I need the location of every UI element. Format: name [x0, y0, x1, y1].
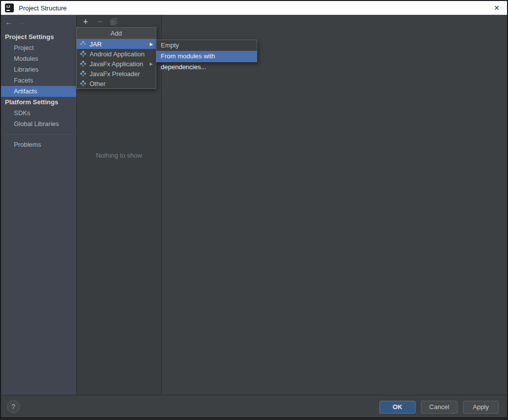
artifact-icon [80, 50, 87, 57]
menu-item-javafx-application[interactable]: JavaFx Application ▶ [77, 59, 156, 69]
copy-icon[interactable] [110, 18, 118, 25]
jar-submenu: Empty From modules with dependencies... [156, 40, 257, 62]
sidebar-header-platform-settings: Platform Settings [1, 97, 76, 108]
popup-title: Add [77, 28, 156, 39]
apply-button[interactable]: Apply [463, 401, 499, 414]
submenu-item-empty[interactable]: Empty [156, 40, 257, 51]
dialog-footer: ? OK Cancel Apply [1, 395, 507, 417]
back-arrow-icon[interactable]: ← [5, 18, 12, 26]
sidebar-item-sdks[interactable]: SDKs [1, 108, 76, 119]
sidebar-item-facets[interactable]: Facets [1, 75, 76, 86]
menu-item-android-application[interactable]: Android Application [77, 49, 156, 59]
submenu-arrow-icon: ▶ [150, 62, 153, 66]
artifact-detail-panel [162, 15, 507, 395]
forward-arrow-icon[interactable]: → [18, 18, 25, 26]
sidebar-item-problems[interactable]: Problems [1, 139, 76, 150]
remove-icon[interactable]: − [96, 18, 104, 26]
artifact-icon [80, 60, 87, 67]
menu-item-other[interactable]: Other [77, 79, 156, 88]
artifact-icon [80, 70, 87, 77]
artifacts-toolbar: + − [77, 15, 161, 28]
window-title: Project Structure [19, 4, 67, 12]
close-icon[interactable]: ✕ [486, 1, 507, 15]
sidebar-item-libraries[interactable]: Libraries [1, 64, 76, 75]
project-structure-dialog: IJ Project Structure ✕ ← → Project Setti… [0, 0, 508, 420]
empty-list-message: Nothing to show [77, 152, 161, 159]
menu-item-jar[interactable]: JAR ▶ [77, 39, 156, 49]
sidebar-header-project-settings: Project Settings [1, 32, 76, 42]
history-nav: ← → [1, 15, 76, 29]
submenu-item-from-modules[interactable]: From modules with dependencies... [156, 51, 257, 62]
artifact-icon [80, 80, 87, 87]
titlebar: IJ Project Structure ✕ [1, 1, 507, 15]
sidebar-item-project[interactable]: Project [1, 42, 76, 53]
intellij-logo-icon: IJ [5, 3, 14, 12]
add-icon[interactable]: + [82, 18, 90, 26]
ok-button[interactable]: OK [379, 401, 416, 414]
help-icon[interactable]: ? [7, 400, 20, 413]
cancel-button[interactable]: Cancel [421, 401, 458, 414]
add-popup-menu: Add JAR ▶ Android Application [76, 27, 156, 89]
footer-buttons: OK Cancel Apply [379, 401, 507, 414]
artifact-icon [80, 41, 87, 47]
menu-item-javafx-preloader[interactable]: JavaFx Preloader [77, 69, 156, 79]
sidebar-item-modules[interactable]: Modules [1, 53, 76, 64]
sidebar-list: Project Settings Project Modules Librari… [1, 29, 76, 150]
sidebar-item-global-libraries[interactable]: Global Libraries [1, 119, 76, 129]
sidebar-divider [3, 134, 74, 135]
submenu-arrow-icon: ▶ [150, 42, 153, 46]
sidebar-item-artifacts[interactable]: Artifacts [1, 86, 76, 97]
settings-sidebar: ← → Project Settings Project Modules Lib… [1, 15, 76, 395]
